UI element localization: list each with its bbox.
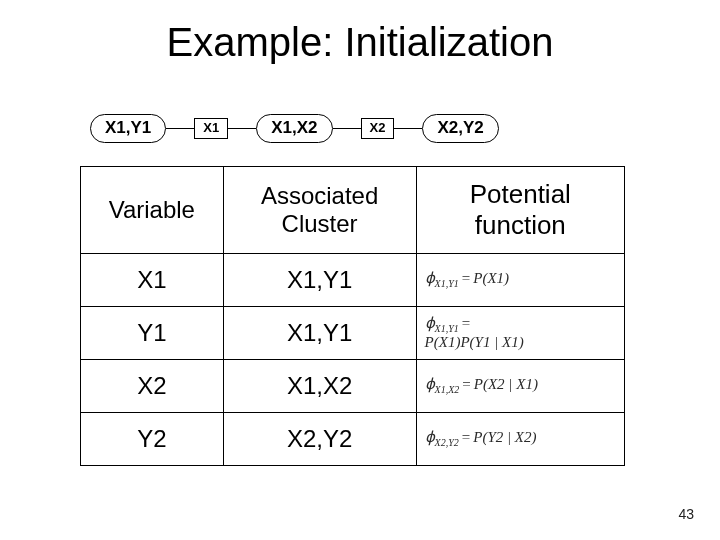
cell-potential-function: ϕX2,Y2=P(Y2 | X2) — [416, 413, 624, 466]
col-header-variable: Variable — [81, 167, 224, 254]
col-header-potential: Potential function — [416, 167, 624, 254]
table-row: X2X1,X2ϕX1,X2=P(X2 | X1) — [81, 360, 625, 413]
separator-node: X2 — [361, 118, 395, 139]
cluster-node: X2,Y2 — [422, 114, 498, 143]
initialization-table: Variable Associated Cluster Potential fu… — [80, 166, 625, 466]
cell-potential-function: ϕX1,Y1=P(X1) — [416, 254, 624, 307]
cluster-node: X1,X2 — [256, 114, 332, 143]
junction-tree-row: X1,Y1 X1 X1,X2 X2 X2,Y2 — [90, 108, 630, 148]
table-body: X1X1,Y1ϕX1,Y1=P(X1)Y1X1,Y1ϕX1,Y1=P(X1)P(… — [81, 254, 625, 466]
col-header-associated: Associated Cluster — [223, 167, 416, 254]
cell-associated-cluster: X2,Y2 — [223, 413, 416, 466]
edge-line — [333, 128, 361, 129]
cell-associated-cluster: X1,X2 — [223, 360, 416, 413]
table-header-row: Variable Associated Cluster Potential fu… — [81, 167, 625, 254]
cell-potential-function: ϕX1,X2=P(X2 | X1) — [416, 360, 624, 413]
cell-potential-function: ϕX1,Y1=P(X1)P(Y1 | X1) — [416, 307, 624, 360]
separator-node: X1 — [194, 118, 228, 139]
cell-variable: Y2 — [81, 413, 224, 466]
cell-variable: X2 — [81, 360, 224, 413]
cell-variable: Y1 — [81, 307, 224, 360]
edge-line — [228, 128, 256, 129]
edge-line — [394, 128, 422, 129]
cluster-node: X1,Y1 — [90, 114, 166, 143]
cell-variable: X1 — [81, 254, 224, 307]
slide: Example: Initialization X1,Y1 X1 X1,X2 X… — [0, 0, 720, 540]
cell-associated-cluster: X1,Y1 — [223, 254, 416, 307]
page-number: 43 — [678, 506, 694, 522]
cell-associated-cluster: X1,Y1 — [223, 307, 416, 360]
table-row: Y2X2,Y2ϕX2,Y2=P(Y2 | X2) — [81, 413, 625, 466]
slide-title: Example: Initialization — [0, 20, 720, 65]
table-row: Y1X1,Y1ϕX1,Y1=P(X1)P(Y1 | X1) — [81, 307, 625, 360]
table-row: X1X1,Y1ϕX1,Y1=P(X1) — [81, 254, 625, 307]
edge-line — [166, 128, 194, 129]
